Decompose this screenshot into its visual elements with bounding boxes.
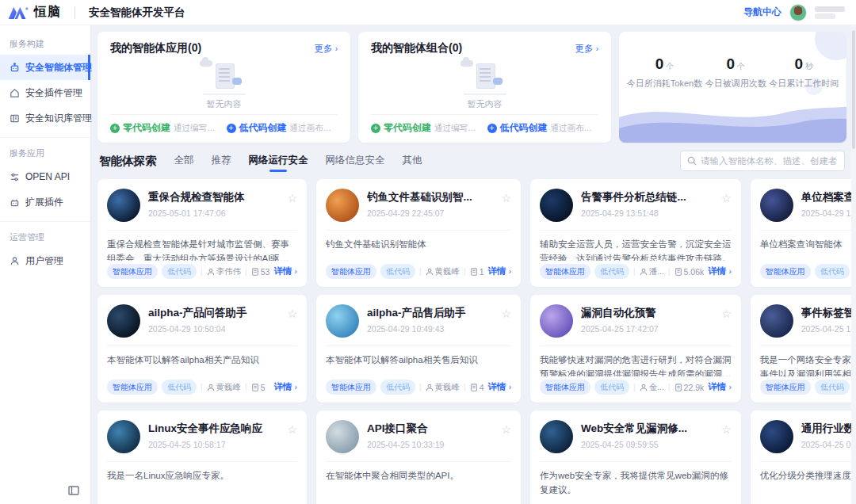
empty-illustration xyxy=(456,60,514,95)
agent-card-footer: 智能体应用 低代码 | 潘... | 5.06k 详情 › xyxy=(540,261,732,279)
agent-code-tag: 低代码 xyxy=(594,264,629,279)
star-icon[interactable]: ☆ xyxy=(721,189,732,222)
agent-card[interactable]: API接口聚合 2025-04-25 10:33:19 ☆ 在智能体中聚合相同类… xyxy=(316,410,521,504)
document-icon xyxy=(674,384,682,391)
tab-1[interactable]: 推荐 xyxy=(212,151,231,172)
agent-manage-icon xyxy=(10,63,20,73)
agent-card[interactable]: 告警事件分析总结链... 2025-04-29 13:51:48 ☆ 辅助安全运… xyxy=(530,179,741,287)
detail-link[interactable]: 详情 › xyxy=(273,265,297,277)
agent-card[interactable]: ailpha-产品售后助手 2025-04-29 10:49:43 ☆ 本智能体… xyxy=(316,295,521,403)
sidebar-collapse-icon[interactable] xyxy=(68,485,79,496)
sidebar-item-knowledge-base[interactable]: 安全知识库管理 xyxy=(0,105,90,131)
agent-title: 钓鱼文件基础识别智... xyxy=(367,190,494,204)
star-icon[interactable]: ☆ xyxy=(502,189,512,222)
sidebar-item-agent-manage[interactable]: 安全智能体管理 xyxy=(0,55,90,80)
agent-title: ailpha-产品问答助手 xyxy=(148,306,279,320)
stat-value: 0秒 xyxy=(769,55,839,73)
detail-link[interactable]: 详情 › xyxy=(273,381,297,393)
agent-type-tag: 智能体应用 xyxy=(760,264,811,279)
low-code-create-button[interactable]: + 低代码创建 通过画布节点拖... xyxy=(227,121,338,135)
agent-type-tag: 智能体应用 xyxy=(760,380,811,395)
agent-avatar xyxy=(326,304,359,338)
agent-description: 本智能体可以解答ailpha相关产品知识 xyxy=(107,346,297,376)
low-code-create-button[interactable]: + 低代码创建 通过画布节点拖... xyxy=(487,121,599,135)
agent-description: 我是一名Linux应急响应专家。 xyxy=(107,462,297,498)
tab-0[interactable]: 全部 xyxy=(174,151,194,172)
scrollbar-thumb[interactable] xyxy=(852,30,855,149)
agent-created-date: 2025-04-25 09:59:55 xyxy=(581,440,713,449)
stat-item: 0个今日被调用次数 xyxy=(705,55,766,90)
brand-logo-icon xyxy=(8,5,29,21)
agent-card-footer: 智能体应用 低代码 | 黄巍峰 | 1 详情 › xyxy=(326,261,511,279)
star-icon[interactable]: ☆ xyxy=(502,420,512,453)
user-avatar[interactable] xyxy=(789,4,807,21)
agent-title: 漏洞自动化预警 xyxy=(581,306,713,320)
agent-card[interactable]: 重保合规检查智能体 2025-05-01 17:47:06 ☆ 重保合规检查智能… xyxy=(97,179,307,287)
agent-card[interactable]: ailpha-产品问答助手 2025-04-29 10:50:04 ☆ 本智能体… xyxy=(97,295,307,403)
agent-card[interactable]: 钓鱼文件基础识别智... 2025-04-29 22:45:07 ☆ 钓鱼文件基… xyxy=(316,179,521,287)
apps-more-link[interactable]: 更多 › xyxy=(314,43,338,55)
zero-code-create-button[interactable]: + 零代码创建 通过编写提示词... xyxy=(110,121,222,135)
agent-card[interactable]: 事件标签智能体 2025-04-25 14:26:47 ☆ 我是一个网络安全专家… xyxy=(751,295,856,403)
separator: | xyxy=(633,267,636,276)
stat-label: 今日所消耗Token数 xyxy=(627,78,702,90)
star-icon[interactable]: ☆ xyxy=(502,304,512,338)
chevron-right-icon: › xyxy=(728,267,731,276)
separator: | xyxy=(245,267,247,276)
scrollbar[interactable] xyxy=(851,25,856,504)
star-icon[interactable]: ☆ xyxy=(287,304,297,338)
agent-card[interactable]: Web安全常见漏洞修... 2025-04-25 09:59:55 ☆ 作为we… xyxy=(530,410,741,504)
agent-search-box[interactable] xyxy=(680,151,845,171)
agent-avatar xyxy=(540,420,573,453)
nav-center-link[interactable]: 导航中心 xyxy=(743,6,781,19)
my-agent-combos-card: 我的智能体组合(0) 更多 › 暂无内容 + 零代码创建 通过编写提示词 xyxy=(358,32,611,143)
agent-card[interactable]: 通用行业数据分类分... 2025-04-25 09:47:31 ★ 优化分级分… xyxy=(751,410,856,504)
agent-code-tag: 低代码 xyxy=(594,380,629,395)
agent-code-tag: 低代码 xyxy=(815,380,850,395)
sidebar-item-user-manage[interactable]: 用户管理 xyxy=(0,248,90,273)
agent-type-tag: 智能体应用 xyxy=(326,264,376,279)
agent-title: 重保合规检查智能体 xyxy=(148,190,279,204)
document-icon xyxy=(251,384,259,391)
sidebar-item-extension-plugin[interactable]: 扩展插件 xyxy=(0,189,90,215)
tab-4[interactable]: 其他 xyxy=(403,151,422,172)
open-api-icon xyxy=(10,172,20,182)
agent-card[interactable]: 漏洞自动化预警 2025-04-25 17:42:07 ☆ 我能够快速对漏洞的危… xyxy=(530,295,741,403)
sidebar-item-open-api[interactable]: OPEN API xyxy=(0,164,90,189)
detail-link[interactable]: 详情 › xyxy=(708,381,732,393)
search-input[interactable] xyxy=(701,156,838,166)
chevron-right-icon: › xyxy=(596,44,598,53)
agent-card[interactable]: Linux安全事件应急响应 2025-04-25 10:58:17 ☆ 我是一名… xyxy=(97,410,307,504)
star-icon[interactable]: ☆ xyxy=(721,304,732,338)
star-icon[interactable]: ☆ xyxy=(287,420,297,453)
plugin-manage-icon xyxy=(10,88,20,98)
agent-description: 本智能体可以解答ailpha相关售后知识 xyxy=(326,346,511,376)
separator: | xyxy=(201,267,203,276)
detail-link[interactable]: 详情 › xyxy=(708,265,732,277)
agent-code-tag: 低代码 xyxy=(162,264,197,279)
detail-link[interactable]: 详情 › xyxy=(488,265,512,277)
combos-more-link[interactable]: 更多 › xyxy=(575,43,598,55)
zero-code-create-button[interactable]: + 零代码创建 通过编写提示词... xyxy=(371,121,483,135)
user-name-redacted[interactable] xyxy=(815,6,845,19)
agent-card[interactable]: 单位档案查询智能体 2025-04-29 13:31:11 ☆ 单位档案查询智能… xyxy=(751,179,856,287)
agent-description: 重保合规检查智能体是针对城市监管侧、赛事组委会、重大活动组办方等场景设计的AI驱… xyxy=(107,231,297,261)
star-icon[interactable]: ☆ xyxy=(721,420,732,453)
separator: | xyxy=(633,383,636,391)
detail-link[interactable]: 详情 › xyxy=(488,381,512,393)
stat-label: 今日累计工作时间 xyxy=(769,78,839,90)
sidebar-item-label: OPEN API xyxy=(25,171,70,182)
person-icon xyxy=(426,384,434,391)
tab-3[interactable]: 网络信息安全 xyxy=(326,151,385,172)
agent-type-tag: 智能体应用 xyxy=(107,264,158,279)
my-agent-apps-title: 我的智能体应用(0) xyxy=(110,41,201,55)
sidebar-section-title: 服务构建 xyxy=(0,29,90,55)
chevron-right-icon: › xyxy=(295,383,297,391)
search-icon xyxy=(687,156,697,166)
agent-created-date: 2025-05-01 17:47:06 xyxy=(148,208,279,218)
star-icon[interactable]: ☆ xyxy=(287,189,297,222)
sidebar-section-title: 运营管理 xyxy=(0,222,90,248)
agent-description: 在智能体中聚合相同类型的API。 xyxy=(326,462,511,498)
tab-2[interactable]: 网络运行安全 xyxy=(249,151,308,172)
sidebar-item-plugin-manage[interactable]: 安全插件管理 xyxy=(0,80,90,105)
